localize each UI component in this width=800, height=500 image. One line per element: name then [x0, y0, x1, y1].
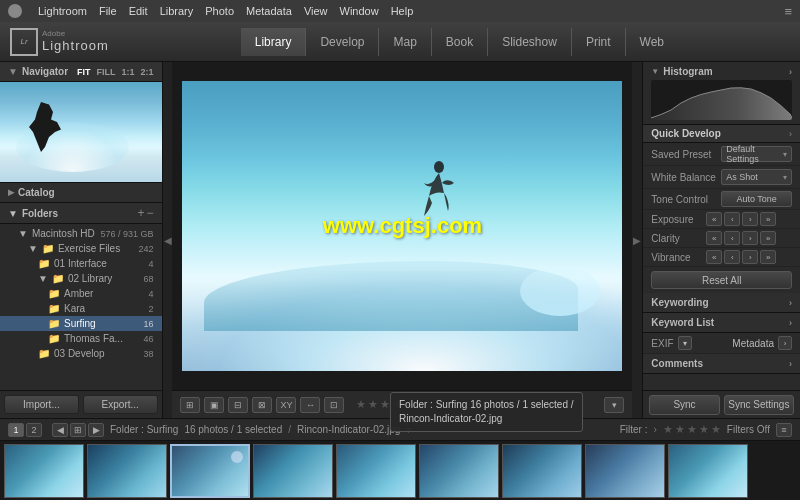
vibrance-u-btn[interactable]: ›: [742, 250, 758, 264]
menu-search-icon[interactable]: ≡: [784, 4, 792, 19]
filmstrip-thumb-3[interactable]: [170, 444, 250, 498]
fit-btn-fit[interactable]: FIT: [77, 67, 91, 77]
extra2-btn[interactable]: ↔: [300, 397, 320, 413]
star-4[interactable]: ★: [392, 398, 402, 411]
fit-btn-fill[interactable]: FILL: [97, 67, 116, 77]
exposure-d-btn[interactable]: ‹: [724, 212, 740, 226]
import-button[interactable]: Import...: [4, 395, 79, 414]
status-next-btn[interactable]: ▶: [88, 423, 104, 437]
fit-btn-1to1[interactable]: 1:1: [122, 67, 135, 77]
vibrance-d-btn[interactable]: ‹: [724, 250, 740, 264]
filter-star-5[interactable]: ★: [711, 423, 721, 436]
menu-view[interactable]: View: [304, 5, 328, 17]
filmstrip-thumb-1[interactable]: [4, 444, 84, 498]
sync-button[interactable]: Sync: [649, 395, 719, 415]
menu-edit[interactable]: Edit: [129, 5, 148, 17]
status-settings-btn[interactable]: ≡: [776, 423, 792, 437]
menu-window[interactable]: Window: [340, 5, 379, 17]
tab-map[interactable]: Map: [378, 28, 430, 56]
metadata-arrow[interactable]: ›: [778, 336, 792, 350]
dropdown-arrow[interactable]: ▾: [406, 424, 411, 435]
loupe-view-btn[interactable]: ▣: [204, 397, 224, 413]
clarity-d-btn[interactable]: ‹: [724, 231, 740, 245]
filmstrip-thumb-2[interactable]: [87, 444, 167, 498]
filmstrip-thumb-8[interactable]: [585, 444, 665, 498]
export-button[interactable]: Export...: [83, 395, 158, 414]
menu-metadata[interactable]: Metadata: [246, 5, 292, 17]
tab-slideshow[interactable]: Slideshow: [487, 28, 571, 56]
menu-help[interactable]: Help: [391, 5, 414, 17]
filmstrip-thumb-4[interactable]: [253, 444, 333, 498]
quick-develop-header[interactable]: Quick Develop ›: [643, 125, 800, 143]
white-balance-control[interactable]: As Shot ▾: [721, 169, 792, 185]
filter-star-4[interactable]: ★: [699, 423, 709, 436]
filmstrip-thumb-5[interactable]: [336, 444, 416, 498]
clarity-dd-btn[interactable]: «: [706, 231, 722, 245]
grid-view-btn[interactable]: ⊞: [180, 397, 200, 413]
folder-02-library[interactable]: ▼ 📁 02 Library 68: [0, 271, 162, 286]
exposure-uu-btn[interactable]: »: [760, 212, 776, 226]
reset-all-button[interactable]: Reset All: [651, 271, 792, 289]
folder-thomas[interactable]: 📁 Thomas Fa... 46: [0, 331, 162, 346]
vibrance-dd-btn[interactable]: «: [706, 250, 722, 264]
collapse-right-button[interactable]: ▶: [632, 62, 642, 418]
menu-photo[interactable]: Photo: [205, 5, 234, 17]
folder-surfing[interactable]: 📁 Surfing 16: [0, 316, 162, 331]
extra1-btn[interactable]: XY: [276, 397, 296, 413]
folder-kara[interactable]: 📁 Kara 2: [0, 301, 162, 316]
menu-file[interactable]: File: [99, 5, 117, 17]
histogram-header[interactable]: ▼ Histogram ›: [651, 66, 792, 77]
tab-web[interactable]: Web: [625, 28, 678, 56]
filter-star-2[interactable]: ★: [675, 423, 685, 436]
folders-add-btn[interactable]: +: [138, 206, 145, 220]
star-5[interactable]: ★: [404, 398, 414, 411]
fit-btn-2to1[interactable]: 2:1: [141, 67, 154, 77]
folder-exercise-files[interactable]: ▼ 📁 Exercise Files 242: [0, 241, 162, 256]
filmstrip-thumb-6[interactable]: [419, 444, 499, 498]
metadata-title[interactable]: Metadata: [696, 338, 774, 349]
clarity-u-btn[interactable]: ›: [742, 231, 758, 245]
toolbar-chevron[interactable]: ▾: [604, 397, 624, 413]
vibrance-uu-btn[interactable]: »: [760, 250, 776, 264]
folder-macintosh-hd[interactable]: ▼ Macintosh HD 576 / 931 GB: [0, 226, 162, 241]
folders-title[interactable]: ▼ Folders: [8, 208, 138, 219]
main-image-area[interactable]: www.cgtsj.com: [172, 62, 632, 390]
exposure-u-btn[interactable]: ›: [742, 212, 758, 226]
exif-dropdown[interactable]: ▾: [678, 336, 692, 350]
star-1[interactable]: ★: [356, 398, 366, 411]
sync-settings-button[interactable]: Sync Settings: [724, 395, 794, 415]
compare-view-btn[interactable]: ⊟: [228, 397, 248, 413]
star-3[interactable]: ★: [380, 398, 390, 411]
extra3-btn[interactable]: ⊡: [324, 397, 344, 413]
filter-star-3[interactable]: ★: [687, 423, 697, 436]
auto-tone-button[interactable]: Auto Tone: [721, 191, 792, 207]
filmstrip-thumb-7[interactable]: [502, 444, 582, 498]
folder-amber[interactable]: 📁 Amber 4: [0, 286, 162, 301]
status-grid-btn[interactable]: ⊞: [70, 423, 86, 437]
survey-view-btn[interactable]: ⊠: [252, 397, 272, 413]
star-2[interactable]: ★: [368, 398, 378, 411]
page-1-btn[interactable]: 1: [8, 423, 24, 437]
saved-preset-control[interactable]: Default Settings ▾: [721, 146, 792, 162]
menu-library[interactable]: Library: [160, 5, 194, 17]
keywording-header[interactable]: Keywording ›: [643, 293, 800, 313]
folders-remove-btn[interactable]: −: [147, 206, 154, 220]
page-2-btn[interactable]: 2: [26, 423, 42, 437]
catalog-header[interactable]: ▶ Catalog: [0, 182, 162, 203]
tab-book[interactable]: Book: [431, 28, 487, 56]
menu-lightroom[interactable]: Lightroom: [38, 5, 87, 17]
filter-star-1[interactable]: ★: [663, 423, 673, 436]
tab-library[interactable]: Library: [241, 28, 306, 56]
folder-03-develop[interactable]: 📁 03 Develop 38: [0, 346, 162, 361]
keyword-list-header[interactable]: Keyword List ›: [643, 313, 800, 333]
exposure-dd-btn[interactable]: «: [706, 212, 722, 226]
status-prev-btn[interactable]: ◀: [52, 423, 68, 437]
tab-print[interactable]: Print: [571, 28, 625, 56]
tab-develop[interactable]: Develop: [305, 28, 378, 56]
comments-header[interactable]: Comments ›: [643, 354, 800, 374]
folder-01-interface[interactable]: 📁 01 Interface 4: [0, 256, 162, 271]
clarity-uu-btn[interactable]: »: [760, 231, 776, 245]
filmstrip-thumb-9[interactable]: [668, 444, 748, 498]
collapse-left-button[interactable]: ◀: [163, 62, 173, 418]
filters-off-label[interactable]: Filters Off: [727, 424, 770, 435]
